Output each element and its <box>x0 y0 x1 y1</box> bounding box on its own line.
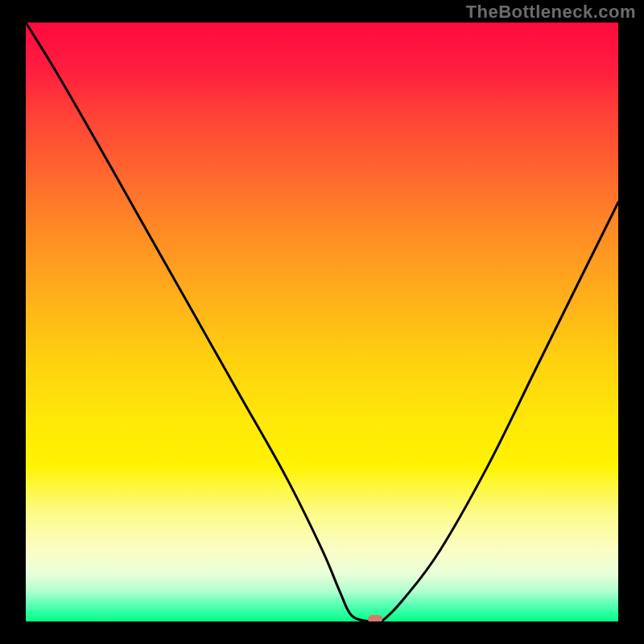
optimal-marker <box>368 615 382 621</box>
watermark-label: TheBottleneck.com <box>466 2 636 23</box>
chart-frame: TheBottleneck.com <box>0 0 644 644</box>
plot-area <box>26 23 618 621</box>
bottleneck-curve <box>26 23 618 621</box>
